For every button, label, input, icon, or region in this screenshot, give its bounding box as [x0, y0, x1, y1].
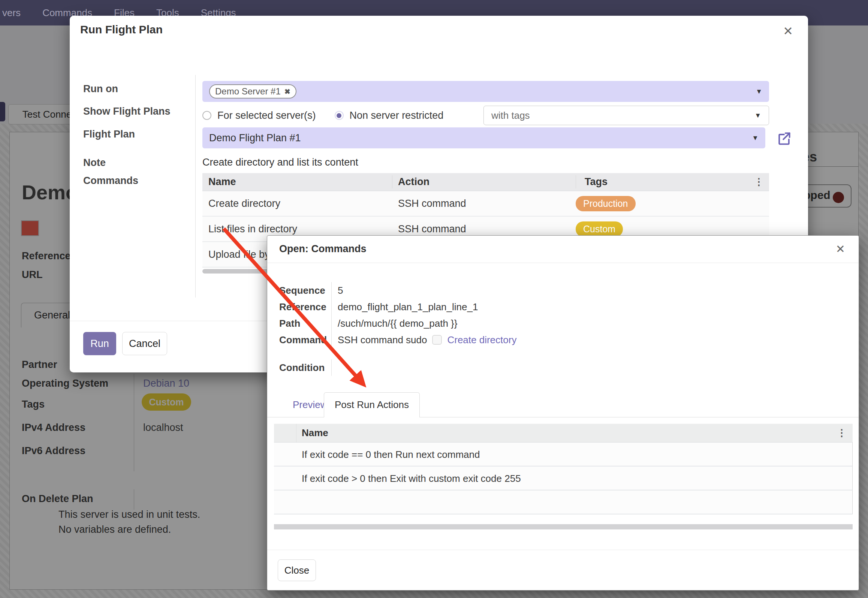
col-action[interactable]: Action — [392, 176, 576, 188]
radio-selected-servers[interactable] — [202, 111, 211, 120]
cell-name: List files in directory — [202, 223, 392, 235]
field-condition: Condition — [279, 359, 844, 376]
command-checkbox[interactable] — [432, 335, 442, 345]
flight-plan-select[interactable]: Demo Flight Plan #1 ▼ — [202, 127, 765, 148]
path-label: Path — [279, 315, 332, 332]
post-run-row[interactable] — [274, 490, 853, 514]
server-restriction-row: For selected server(s) Non server restri… — [202, 106, 769, 125]
col-tags[interactable]: Tags — [576, 176, 754, 188]
close-button[interactable]: Close — [278, 559, 316, 581]
command-label: Command — [279, 332, 332, 348]
radio-non-restricted[interactable] — [335, 111, 344, 120]
post-run-row[interactable]: If exit code > 0 then Exit with custom e… — [274, 466, 853, 490]
run-on-label: Run on — [83, 83, 118, 95]
nav-item-servers[interactable]: vers — [2, 7, 21, 19]
tag-badge-production: Production — [576, 196, 636, 211]
post-run-table-header: Name ⋮ — [274, 424, 853, 443]
field-path: Path /such/much/{{ demo_path }} — [279, 315, 844, 332]
run-on-select[interactable]: Demo Server #1 ✖ ▼ — [202, 81, 769, 102]
radio-selected-servers-label: For selected server(s) — [217, 110, 316, 121]
chevron-down-icon: ▼ — [754, 112, 761, 120]
label-column-divider — [195, 75, 196, 298]
cancel-button[interactable]: Cancel — [122, 332, 167, 355]
table-options-icon[interactable]: ⋮ — [837, 427, 853, 439]
chevron-down-icon: ▼ — [752, 134, 759, 142]
with-tags-select[interactable]: with tags ▼ — [483, 106, 769, 125]
tag-badge-custom: Custom — [576, 221, 623, 237]
reference-label: Reference — [279, 299, 332, 315]
note-label: Note — [83, 157, 106, 169]
server-tag-chip[interactable]: Demo Server #1 ✖ — [209, 84, 296, 99]
post-run-row[interactable]: If exit code == 0 then Run next command — [274, 443, 853, 466]
table-row[interactable]: Create directory SSH command Production — [202, 191, 769, 217]
commands-label: Commands — [83, 175, 138, 187]
flight-plan-value: Demo Flight Plan #1 — [209, 132, 301, 144]
chevron-down-icon: ▼ — [756, 88, 762, 96]
path-value: /such/much/{{ demo_path }} — [332, 318, 457, 329]
modal-title: Open: Commands — [279, 243, 367, 255]
handle-column — [274, 424, 296, 442]
table-options-icon[interactable]: ⋮ — [754, 176, 769, 188]
footer-divider — [267, 550, 859, 550]
col-name[interactable]: Name — [296, 427, 837, 439]
show-flight-plans-label: Show Flight Plans — [83, 106, 171, 117]
condition-label: Condition — [279, 359, 332, 376]
reference-value: demo_flight_plan_1_plan_line_1 — [332, 301, 478, 313]
field-sequence: Sequence 5 — [279, 282, 844, 299]
cell-action: SSH command — [392, 198, 576, 209]
field-reference: Reference demo_flight_plan_1_plan_line_1 — [279, 299, 844, 315]
table-header: Name Action Tags ⋮ — [202, 173, 769, 191]
field-command: Command SSH command sudo Create director… — [279, 332, 844, 348]
external-link-icon[interactable] — [776, 130, 792, 148]
cell-name: Create directory — [202, 198, 392, 209]
tab-post-run-actions[interactable]: Post Run Actions — [324, 392, 420, 417]
plan-caption: Create directory and list its content — [202, 157, 358, 168]
close-icon[interactable]: ✕ — [836, 242, 845, 256]
command-value: SSH command sudo — [338, 334, 427, 346]
col-name[interactable]: Name — [202, 176, 392, 188]
with-tags-value: with tags — [491, 110, 530, 121]
create-directory-link[interactable]: Create directory — [447, 334, 516, 346]
close-icon[interactable]: ✕ — [783, 24, 793, 38]
sequence-label: Sequence — [279, 282, 332, 299]
server-tag-label: Demo Server #1 — [215, 86, 281, 97]
tag-remove-icon[interactable]: ✖ — [284, 87, 290, 96]
radio-non-restricted-label: Non server restricted — [350, 110, 444, 121]
cell-action: SSH command — [392, 223, 576, 235]
header-divider — [267, 263, 859, 263]
horizontal-scrollbar[interactable] — [274, 524, 853, 529]
sequence-value: 5 — [332, 285, 343, 296]
modal-title: Run Flight Plan — [80, 23, 163, 36]
flight-plan-label: Flight Plan — [83, 129, 135, 140]
run-button[interactable]: Run — [83, 332, 116, 355]
open-commands-modal: Open: Commands ✕ Sequence 5 Reference de… — [267, 235, 859, 591]
